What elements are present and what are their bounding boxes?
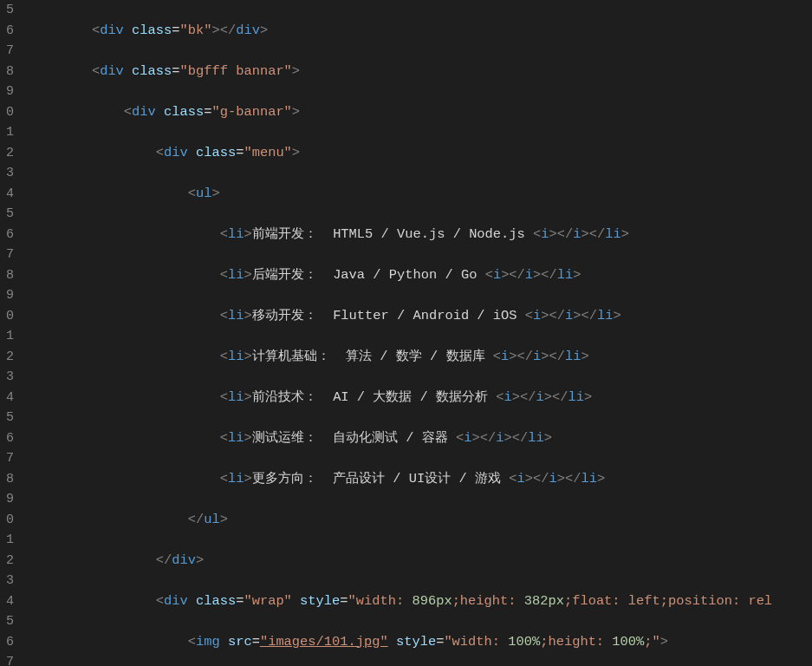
line-number: 7: [0, 41, 14, 62]
line-number: 9: [0, 489, 14, 510]
line-number: 8: [0, 62, 14, 82]
line-number: 8: [0, 469, 14, 490]
code-line[interactable]: <div class="menu">: [28, 143, 812, 164]
line-number: 6: [0, 428, 14, 449]
line-number: 2: [0, 551, 14, 571]
line-number: 5: [0, 408, 14, 428]
line-number: 7: [0, 652, 14, 666]
code-line[interactable]: <li>更多方向： 产品设计 / UI设计 / 游戏 <i></i></li>: [28, 469, 812, 490]
code-line[interactable]: <li>移动开发： Flutter / Android / iOS <i></i…: [28, 306, 812, 327]
line-number: 7: [0, 448, 14, 469]
line-number: 3: [0, 367, 14, 388]
line-number: 5: [0, 204, 14, 225]
line-number: 9: [0, 285, 14, 306]
line-number: 1: [0, 530, 14, 551]
line-number: 9: [0, 82, 14, 102]
line-number: 2: [0, 143, 14, 164]
line-number: 2: [0, 347, 14, 368]
code-line[interactable]: <li>测试运维： 自动化测试 / 容器 <i></i></li>: [28, 428, 812, 449]
line-number: 6: [0, 632, 14, 653]
code-line[interactable]: <li>前端开发： HTML5 / Vue.js / Node.js <i></…: [28, 225, 812, 245]
code-line[interactable]: <div class="bgfff bannar">: [28, 62, 812, 82]
line-number: 6: [0, 21, 14, 42]
line-number: 4: [0, 184, 14, 205]
line-number: 5: [0, 611, 14, 632]
code-editor[interactable]: 5 6 7 8 9 0 1 2 3 4 5 6 7 8 9 0 1 2 3 4 …: [0, 0, 812, 666]
line-number: 0: [0, 306, 14, 327]
code-line[interactable]: <div class="wrap" style="width: 896px;he…: [28, 591, 812, 612]
code-line[interactable]: <ul>: [28, 184, 812, 205]
line-number: 1: [0, 326, 14, 347]
line-number: 6: [0, 225, 14, 245]
line-number: 4: [0, 388, 14, 408]
code-line[interactable]: <li>计算机基础： 算法 / 数学 / 数据库 <i></i></li>: [28, 347, 812, 368]
code-line[interactable]: </ul>: [28, 510, 812, 531]
line-number: 0: [0, 510, 14, 531]
code-line[interactable]: <li>前沿技术： AI / 大数据 / 数据分析 <i></i></li>: [28, 388, 812, 408]
line-number: 5: [0, 0, 14, 21]
line-number: 3: [0, 571, 14, 591]
code-line[interactable]: <div class="g-bannar">: [28, 102, 812, 123]
line-number: 8: [0, 265, 14, 286]
code-line[interactable]: </div>: [28, 551, 812, 571]
code-line[interactable]: <img src="images/101.jpg" style="width: …: [28, 632, 812, 653]
line-number-gutter: 5 6 7 8 9 0 1 2 3 4 5 6 7 8 9 0 1 2 3 4 …: [0, 0, 28, 666]
code-line[interactable]: <div class="bk"></div>: [28, 21, 812, 42]
code-line[interactable]: <li>后端开发： Java / Python / Go <i></i></li…: [28, 265, 812, 286]
line-number: 3: [0, 163, 14, 184]
line-number: 0: [0, 102, 14, 123]
code-area[interactable]: <div class="bk"></div> <div class="bgfff…: [28, 0, 812, 666]
line-number: 1: [0, 122, 14, 143]
line-number: 7: [0, 245, 14, 265]
line-number: 4: [0, 591, 14, 612]
